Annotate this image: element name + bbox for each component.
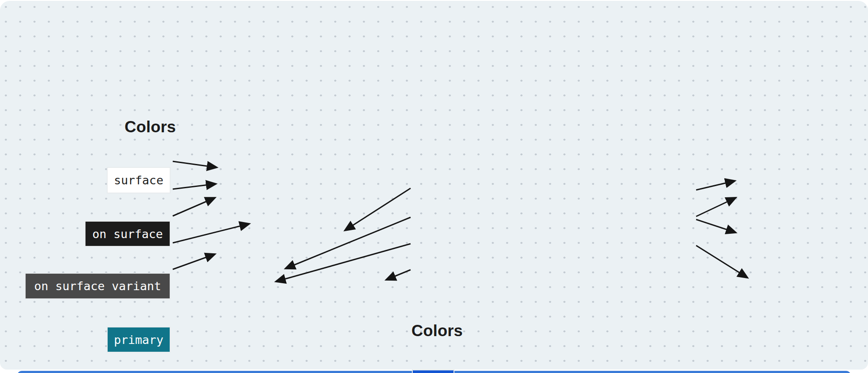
swatch-surface: surface xyxy=(107,167,171,193)
swatch-label: on surface variant xyxy=(34,279,161,293)
swatch-on-surface: on surface xyxy=(85,221,171,247)
middle-colors-heading: Colors xyxy=(411,322,868,340)
swatch-on-surface-variant: on surface variant xyxy=(25,273,171,299)
swatch-label: surface xyxy=(114,173,164,187)
left-colors-heading: Colors xyxy=(125,118,868,136)
swatch-info: info xyxy=(412,370,454,373)
style-guide-canvas: Colors surface on surface on surface var… xyxy=(0,0,868,373)
swatch-label: on surface xyxy=(92,227,163,241)
swatch-primary: primary xyxy=(107,327,171,353)
swatch-label: primary xyxy=(114,333,164,347)
